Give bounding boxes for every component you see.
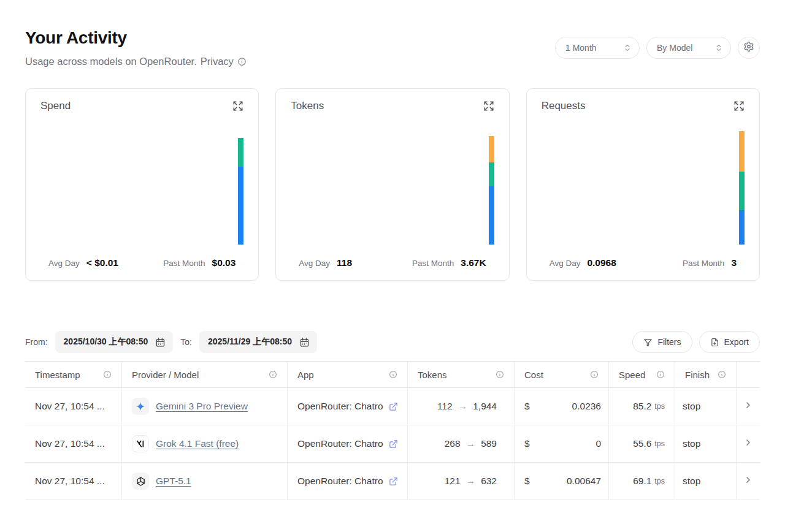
table-row[interactable]: Nov 27, 10:54 ... Gemini 3 Pro Preview O… xyxy=(25,388,760,425)
info-icon[interactable] xyxy=(656,370,665,379)
table-row[interactable]: Nov 27, 10:54 ... GPT-5.1 OpenRouter: Ch… xyxy=(25,463,760,500)
col-cost: Cost xyxy=(515,362,609,387)
requests-card: Requests Avg Day 0.0968 Past Month xyxy=(526,88,760,281)
calendar-icon[interactable] xyxy=(299,337,310,348)
period-select[interactable]: 1 Month xyxy=(555,37,640,59)
bar-segment-blue xyxy=(489,186,494,245)
stat-label: Past Month xyxy=(683,259,724,268)
from-date-value: 2025/10/30 上午08:50 xyxy=(64,336,148,348)
from-label: From: xyxy=(25,337,48,347)
col-speed: Speed xyxy=(609,362,675,387)
openai-icon xyxy=(132,473,149,490)
speed-cell: 85.2 tps xyxy=(609,388,675,425)
tokens-out: 589 xyxy=(481,438,497,449)
row-expand-button[interactable] xyxy=(737,463,760,500)
expand-icon[interactable] xyxy=(483,101,494,112)
info-icon[interactable] xyxy=(590,370,599,379)
chevron-right-icon xyxy=(743,400,753,412)
avg-day-stat: Avg Day 0.0968 xyxy=(550,257,616,268)
stat-value: 118 xyxy=(337,257,352,268)
tokens-in: 121 xyxy=(445,476,461,487)
past-month-stat: Past Month $0.03 xyxy=(163,257,236,268)
period-select-value: 1 Month xyxy=(565,43,597,53)
arrow-right-icon: → xyxy=(458,401,468,412)
info-icon[interactable] xyxy=(269,370,277,379)
external-link-icon[interactable] xyxy=(389,402,398,411)
group-by-select-value: By Model xyxy=(657,43,692,53)
col-finish: Finish xyxy=(675,362,737,387)
info-icon[interactable] xyxy=(718,370,726,379)
privacy-info-icon[interactable] xyxy=(237,57,247,66)
model-link[interactable]: Grok 4.1 Fast (free) xyxy=(156,438,239,449)
spend-card-title: Spend xyxy=(40,100,71,112)
filters-button-label: Filters xyxy=(657,337,681,347)
arrow-right-icon: → xyxy=(466,438,476,449)
tokens-card-title: Tokens xyxy=(291,100,324,112)
model-cell: Gemini 3 Pro Preview xyxy=(122,388,288,425)
spend-chart xyxy=(40,112,243,246)
model-link[interactable]: Gemini 3 Pro Preview xyxy=(156,401,248,412)
timestamp-cell: Nov 27, 10:54 ... xyxy=(25,388,122,425)
filter-row: From: 2025/10/30 上午08:50 To: 2025/11/29 … xyxy=(25,331,760,353)
to-date-input[interactable]: 2025/11/29 上午08:50 xyxy=(199,331,317,353)
app-cell: OpenRouter: Chatro xyxy=(288,463,408,500)
external-link-icon[interactable] xyxy=(389,477,398,486)
row-expand-button[interactable] xyxy=(737,388,760,425)
spend-card: Spend Avg Day < $0.01 Past Month $0. xyxy=(25,88,259,281)
activity-table: Timestamp Provider / Model App Tokens Co… xyxy=(25,361,760,500)
chevron-right-icon xyxy=(743,438,753,450)
requests-chart xyxy=(542,112,745,246)
speed-value: 55.6 xyxy=(633,438,651,449)
filters-button[interactable]: Filters xyxy=(632,331,692,353)
col-app: App xyxy=(288,362,408,387)
settings-button[interactable] xyxy=(738,37,760,59)
expand-icon[interactable] xyxy=(733,101,745,112)
table-row[interactable]: Nov 27, 10:54 ... Grok 4.1 Fast (free) O… xyxy=(25,425,760,463)
calendar-icon[interactable] xyxy=(155,337,166,348)
finish-cell: stop xyxy=(675,463,737,500)
export-button[interactable]: Export xyxy=(699,331,760,353)
model-link[interactable]: GPT-5.1 xyxy=(156,476,191,487)
col-tokens: Tokens xyxy=(408,362,515,387)
info-icon[interactable] xyxy=(389,370,397,379)
table-header: Timestamp Provider / Model App Tokens Co… xyxy=(25,362,760,388)
speed-unit: tps xyxy=(654,477,665,485)
timestamp-cell: Nov 27, 10:54 ... xyxy=(25,425,122,462)
tokens-stacked-bar[interactable] xyxy=(489,136,494,245)
info-icon[interactable] xyxy=(103,370,112,379)
row-expand-button[interactable] xyxy=(737,425,760,462)
app-cell: OpenRouter: Chatro xyxy=(288,388,408,425)
cost-cell: $ 0 xyxy=(515,425,609,462)
tokens-cell: 112 → 1,944 xyxy=(408,388,515,425)
avg-day-stat: Avg Day 118 xyxy=(299,257,352,268)
stat-value: 0.0968 xyxy=(587,257,616,268)
cost-value: 0.0236 xyxy=(572,401,601,412)
requests-stacked-bar[interactable] xyxy=(739,131,745,245)
group-by-select[interactable]: By Model xyxy=(646,37,731,59)
finish-cell: stop xyxy=(675,388,737,425)
page-title: Your Activity xyxy=(25,28,247,48)
expand-icon[interactable] xyxy=(232,101,243,112)
tokens-in: 268 xyxy=(445,438,461,449)
stat-value: 3.67K xyxy=(461,257,486,268)
stat-cards: Spend Avg Day < $0.01 Past Month $0. xyxy=(25,88,760,281)
spend-stacked-bar[interactable] xyxy=(238,138,243,245)
requests-card-title: Requests xyxy=(542,100,586,112)
col-provider-model: Provider / Model xyxy=(122,362,288,387)
stat-value: < $0.01 xyxy=(86,257,118,268)
speed-value: 69.1 xyxy=(633,476,651,487)
from-date-input[interactable]: 2025/10/30 上午08:50 xyxy=(55,331,174,353)
currency-symbol: $ xyxy=(524,438,530,449)
tokens-chart xyxy=(291,112,494,246)
file-download-icon xyxy=(710,338,719,347)
chevrons-up-down-icon xyxy=(714,44,723,52)
past-month-stat: Past Month 3 xyxy=(683,257,737,268)
avg-day-stat: Avg Day < $0.01 xyxy=(48,257,118,268)
page-subtitle: Usage across models on OpenRouter. Priva… xyxy=(25,56,247,67)
app-name: OpenRouter: Chatro xyxy=(297,438,383,449)
stat-label: Past Month xyxy=(412,259,454,268)
model-cell: Grok 4.1 Fast (free) xyxy=(122,425,288,462)
external-link-icon[interactable] xyxy=(389,439,398,449)
info-icon[interactable] xyxy=(496,370,504,379)
privacy-link[interactable]: Privacy xyxy=(201,56,234,67)
